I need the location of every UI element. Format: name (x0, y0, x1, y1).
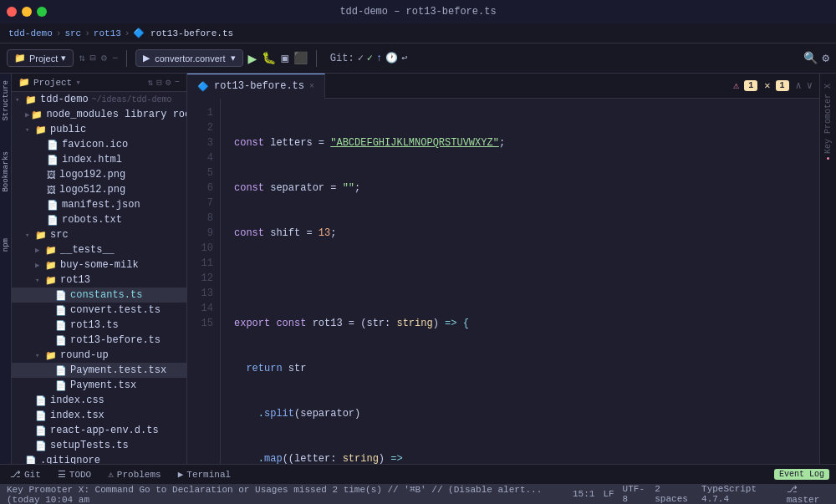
bookmarks-panel-label[interactable]: Bookmarks (0, 145, 12, 199)
code-line-8: .map((letter: string) => (234, 451, 806, 464)
toolbar-icon-2[interactable]: ⊟ (89, 52, 95, 64)
tree-manifest[interactable]: 📄 manifest.json (12, 197, 186, 212)
project-button[interactable]: 📁 Project ▾ (7, 49, 74, 67)
label-manifest: manifest.json (62, 199, 140, 211)
tree-src[interactable]: ▾ 📁 src (12, 227, 186, 242)
run-button[interactable]: ▶ (248, 49, 257, 68)
label-favicon: favicon.ico (62, 139, 128, 150)
maximize-button[interactable] (37, 7, 47, 17)
settings-icon[interactable]: ⚙ (101, 52, 107, 64)
search-icon[interactable]: 🔍 (803, 51, 818, 65)
file-icon-setup: 📄 (35, 440, 47, 451)
tree-logo512[interactable]: 🖼 logo512.png (12, 182, 186, 197)
line-ending[interactable]: LF (603, 489, 614, 499)
code-editor[interactable]: 1 2 3 4 5 6 7 8 9 10 11 12 13 14 15 cons… (187, 99, 819, 464)
tree-settings-icon[interactable]: ⚙ (166, 77, 171, 88)
git-tick-icon[interactable]: ✓ (367, 52, 373, 64)
git-branch[interactable]: ⎇ master (787, 484, 829, 505)
expand-icon[interactable]: ⊟ (156, 77, 162, 88)
chevron-down-icon-nav[interactable]: ∨ (807, 79, 813, 92)
tree-constants-ts[interactable]: 📄 constants.ts (12, 288, 186, 303)
file-icon-favicon: 📄 (47, 140, 59, 150)
tree-root[interactable]: ▾ 📁 tdd-demo ~/ideas/tdd-demo (12, 92, 186, 107)
tree-rot13-ts[interactable]: 📄 rot13.ts (12, 318, 186, 333)
right-sidebar-label: Key Promoter X (823, 84, 833, 154)
tree-node-modules[interactable]: ▶ 📁 node_modules library root (12, 107, 186, 122)
bottom-bar: ⎇ Git ☰ TODO ⚠ Problems ▶ Terminal Event… (0, 464, 836, 484)
arrow-buy: ▶ (35, 261, 43, 270)
tree-rot13[interactable]: ▾ 📁 rot13 (12, 272, 186, 288)
tree-index-html[interactable]: 📄 index.html (12, 152, 186, 167)
structure-panel-label[interactable]: Structure (0, 74, 12, 128)
minimize-button[interactable] (22, 7, 32, 17)
tree-index-css[interactable]: 📄 index.css (12, 393, 186, 408)
breadcrumb-rot13[interactable]: rot13 (94, 28, 121, 38)
label-round-up: round-up (60, 349, 109, 361)
label-rot13-before: rot13-before.ts (70, 334, 161, 346)
tab-close-button[interactable]: × (309, 82, 314, 91)
encoding[interactable]: UTF-8 (623, 484, 647, 504)
terminal-tab[interactable]: ▶ Terminal (175, 469, 234, 480)
minus-icon[interactable]: − (112, 53, 118, 64)
tree-convert-test[interactable]: 📄 convert.test.ts (12, 303, 186, 318)
code-line-5: export const rot13 = (str: string) => { (234, 316, 806, 331)
file-icon-index-html: 📄 (47, 155, 59, 165)
branch-label: master (787, 495, 820, 505)
tree-setup-tests[interactable]: 📄 setupTests.ts (12, 438, 186, 453)
tree-public[interactable]: ▾ 📁 public (12, 122, 186, 137)
collapse-icon[interactable]: ⇅ (148, 77, 154, 88)
npm-panel-label[interactable]: npm (0, 232, 12, 258)
debug-icon[interactable]: 🐛 (262, 51, 276, 65)
toolbar-icon-1[interactable]: ⇅ (79, 52, 84, 64)
coverage-icon[interactable]: ▣ (281, 51, 288, 65)
git-tab-label: Git (24, 470, 41, 480)
error-count: 1 (776, 80, 789, 91)
event-log-button[interactable]: Event Log (774, 469, 829, 480)
todo-tab[interactable]: ☰ TODO (54, 469, 94, 480)
git-tab[interactable]: ⎇ Git (7, 469, 44, 480)
tree-logo192[interactable]: 🖼 logo192.png (12, 167, 186, 182)
folder-icon-buy: 📁 (45, 260, 57, 271)
tree-tests[interactable]: ▶ 📁 __tests__ (12, 242, 186, 257)
line-num-10: 10 (187, 241, 213, 256)
tree-payment[interactable]: 📄 Payment.tsx (12, 378, 186, 393)
tree-index-tsx[interactable]: 📄 index.tsx (12, 408, 186, 423)
problems-tab[interactable]: ⚠ Problems (104, 469, 164, 480)
breadcrumb-tdd-demo[interactable]: tdd-demo (8, 28, 53, 38)
breadcrumb-src[interactable]: src (64, 28, 81, 38)
label-payment: Payment.tsx (70, 379, 136, 391)
tree-favicon[interactable]: 📄 favicon.ico (12, 137, 186, 152)
warning-count: 1 (744, 80, 757, 91)
code-line-4 (234, 271, 806, 286)
keypromoter-icon[interactable]: ⚙ (823, 51, 829, 65)
git-revert-icon[interactable]: ↩ (401, 52, 407, 64)
tree-rot13-before[interactable]: 📄 rot13-before.ts (12, 333, 186, 348)
label-constants-ts: constants.ts (70, 289, 142, 301)
tree-buy-some-milk[interactable]: ▶ 📁 buy-some-milk (12, 257, 186, 272)
language[interactable]: TypeScript 4.7.4 (701, 484, 778, 504)
file-icon-index-css: 📄 (35, 395, 47, 406)
tab-bar: 🔷 rot13-before.ts × ⚠ 1 ✕ 1 ∧ ∨ (187, 74, 819, 99)
close-button[interactable] (7, 7, 17, 17)
tree-payment-test[interactable]: 📄 Payment.test.tsx (12, 363, 186, 378)
tree-close-icon[interactable]: − (174, 77, 180, 88)
code-content[interactable]: const letters = "ABCDEFGHIJKLMNOPQRSTUVW… (221, 99, 819, 464)
cursor-position[interactable]: 15:1 (573, 489, 594, 499)
stop-icon[interactable]: ⬛ (293, 51, 308, 65)
tree-round-up[interactable]: ▾ 📁 round-up (12, 348, 186, 363)
git-check-icon[interactable]: ✓ (358, 52, 364, 64)
line-num-3: 3 (187, 135, 213, 150)
branch-icon: ⎇ (787, 485, 798, 495)
tab-rot13-before[interactable]: 🔷 rot13-before.ts × (187, 74, 325, 99)
git-history-icon[interactable]: 🕐 (385, 52, 398, 64)
chevron-up-icon[interactable]: ∧ (796, 79, 802, 92)
breadcrumb-file[interactable]: 🔷 rot13-before.ts (133, 28, 233, 38)
file-icon-rot13-ts: 📄 (55, 320, 67, 331)
indent[interactable]: 2 spaces (655, 484, 693, 504)
convertor-button[interactable]: ▶ convertor.convert ▾ (135, 49, 242, 67)
tree-gitignore[interactable]: 📄 .gitignore (12, 453, 186, 464)
tree-react-app-env[interactable]: 📄 react-app-env.d.ts (12, 423, 186, 438)
git-push-icon[interactable]: ↑ (376, 53, 382, 64)
tree-robots[interactable]: 📄 robots.txt (12, 212, 186, 227)
toolbar-separator-2 (316, 50, 317, 67)
